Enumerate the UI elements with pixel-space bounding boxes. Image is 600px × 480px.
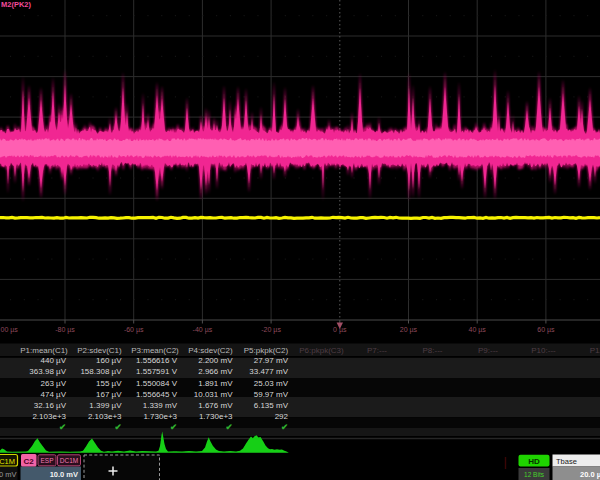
svg-text:40 µs: 40 µs [469,326,487,334]
svg-text:1.556645 V: 1.556645 V [136,390,178,399]
svg-text:M2(PK2): M2(PK2) [1,0,32,9]
svg-text:2.966 mV: 2.966 mV [198,367,233,376]
svg-text:HD: HD [528,457,540,466]
svg-text:263 µV: 263 µV [40,379,66,388]
svg-text:P3:mean(C2): P3:mean(C2) [131,346,179,355]
svg-text:-80 µs: -80 µs [55,326,75,334]
svg-text:✔: ✔ [114,422,121,432]
svg-text:160 µV: 160 µV [96,356,122,365]
svg-text:✔: ✔ [170,422,177,432]
svg-text:-40 µs: -40 µs [193,326,213,334]
svg-text:292: 292 [275,412,289,421]
svg-text:Tbase: Tbase [556,457,577,466]
svg-text:1.556616 V: 1.556616 V [136,356,178,365]
svg-text:✔: ✔ [225,422,232,432]
svg-text:1.339 mV: 1.339 mV [143,401,178,410]
svg-text:60 µs: 60 µs [537,326,555,334]
svg-text:P10:---: P10:--- [531,346,556,355]
svg-text:DC1M: DC1M [60,457,78,464]
svg-text:440 µV: 440 µV [40,356,66,365]
svg-text:-60 µs: -60 µs [124,326,144,334]
svg-text:1.399 µV: 1.399 µV [89,401,122,410]
svg-text:P5:pkpk(C2): P5:pkpk(C2) [244,346,289,355]
svg-text:P11:-: P11:- [590,346,600,355]
svg-text:474 µV: 474 µV [40,390,66,399]
svg-text:P9:---: P9:--- [478,346,498,355]
svg-text:27.97 mV: 27.97 mV [254,356,289,365]
svg-text:25.03 mV: 25.03 mV [254,379,289,388]
svg-text:1.891 mV: 1.891 mV [198,379,233,388]
svg-text:✔: ✔ [281,422,288,432]
svg-text:20 µs: 20 µs [400,326,418,334]
svg-text:ESP: ESP [40,457,53,464]
svg-text:10.031 mV: 10.031 mV [194,390,233,399]
svg-text:33.477 mV: 33.477 mV [249,367,288,376]
svg-text:1.676 mV: 1.676 mV [198,401,233,410]
svg-text:32.16 µV: 32.16 µV [34,401,67,410]
svg-text:363.98 µV: 363.98 µV [29,367,66,376]
svg-text:10.0 mV: 10.0 mV [50,470,78,479]
svg-text:P6:pkpk(C3): P6:pkpk(C3) [299,346,344,355]
svg-text:2.103e+3: 2.103e+3 [88,412,122,421]
svg-text:P4:sdev(C2): P4:sdev(C2) [188,346,233,355]
svg-text:6.135 mV: 6.135 mV [254,401,289,410]
svg-text:167 µV: 167 µV [96,390,122,399]
svg-text:12 Bits: 12 Bits [524,471,545,478]
svg-text:1.730e+3: 1.730e+3 [143,412,177,421]
svg-text:20.0 µs: 20.0 µs [580,470,600,479]
svg-text:50.0 mV: 50.0 mV [0,470,17,479]
svg-text:✔: ✔ [59,422,66,432]
svg-text:158.308 µV: 158.308 µV [80,367,122,376]
svg-text:1.550084 V: 1.550084 V [136,379,178,388]
svg-text:C2: C2 [24,457,35,466]
svg-text:P2:sdev(C1): P2:sdev(C1) [77,346,122,355]
svg-text:P1:mean(C1): P1:mean(C1) [20,346,68,355]
svg-text:1.730e+3: 1.730e+3 [199,412,233,421]
svg-text:P7:---: P7:--- [367,346,387,355]
svg-text:59.97 mV: 59.97 mV [254,390,289,399]
svg-text:155 µV: 155 µV [96,379,122,388]
svg-text:1.557591 V: 1.557591 V [136,367,178,376]
svg-text:DC1M: DC1M [0,457,15,466]
svg-text:2.200 mV: 2.200 mV [198,356,233,365]
svg-text:2.103e+3: 2.103e+3 [32,412,66,421]
svg-text:00 µs: 00 µs [1,326,19,334]
svg-text:P8:---: P8:--- [423,346,443,355]
svg-text:-20 µs: -20 µs [261,326,281,334]
